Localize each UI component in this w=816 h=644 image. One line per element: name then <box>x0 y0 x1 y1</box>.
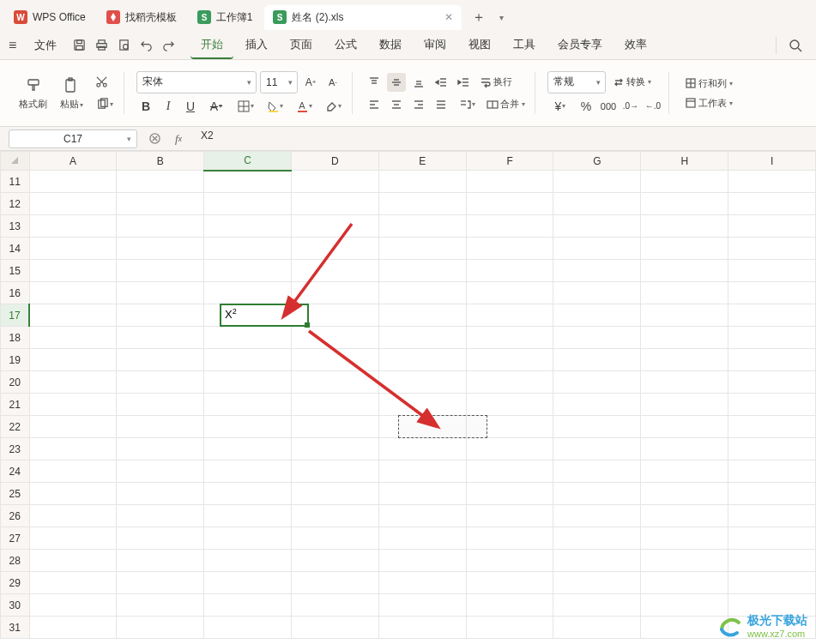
cell[interactable] <box>117 171 204 193</box>
cell[interactable] <box>117 260 204 282</box>
cell[interactable] <box>641 594 728 617</box>
close-icon[interactable]: ✕ <box>444 11 453 23</box>
cell[interactable] <box>553 215 641 238</box>
cell[interactable] <box>29 349 117 371</box>
cell[interactable] <box>378 327 466 349</box>
cell[interactable] <box>466 215 553 238</box>
cell[interactable] <box>117 349 204 371</box>
tab-page[interactable]: 页面 <box>280 32 323 59</box>
cell[interactable] <box>117 527 204 550</box>
cell[interactable] <box>204 260 292 282</box>
cell[interactable] <box>553 594 641 617</box>
cell[interactable] <box>29 193 117 215</box>
column-header[interactable]: H <box>641 152 728 171</box>
tab-view[interactable]: 视图 <box>458 32 501 59</box>
print-preview-button[interactable] <box>113 35 134 56</box>
cell[interactable] <box>117 238 204 260</box>
cell[interactable] <box>378 550 466 572</box>
wrap-text-button[interactable]: 换行 <box>476 74 516 90</box>
cell[interactable] <box>29 550 117 572</box>
row-header[interactable]: 16 <box>1 282 30 304</box>
cell[interactable] <box>466 304 553 327</box>
cell[interactable] <box>641 617 728 639</box>
cell[interactable] <box>641 394 728 416</box>
cell[interactable] <box>553 617 641 639</box>
cell[interactable] <box>292 260 379 282</box>
cell[interactable] <box>728 282 816 304</box>
cell[interactable] <box>204 550 292 572</box>
row-header[interactable]: 24 <box>1 460 30 483</box>
column-header[interactable]: C <box>204 152 292 171</box>
cell[interactable] <box>553 171 641 193</box>
cell[interactable] <box>204 505 292 527</box>
cell[interactable] <box>378 282 466 304</box>
cell[interactable] <box>641 416 728 438</box>
align-right-button[interactable] <box>409 95 428 114</box>
row-header[interactable]: 26 <box>1 505 30 527</box>
cell[interactable] <box>728 238 816 260</box>
cell[interactable] <box>292 304 379 327</box>
cell[interactable] <box>553 193 641 215</box>
cell[interactable] <box>292 282 379 304</box>
cell[interactable] <box>641 215 728 238</box>
cell[interactable] <box>204 617 292 639</box>
cell[interactable] <box>29 215 117 238</box>
cell[interactable] <box>117 438 204 460</box>
cell[interactable] <box>29 416 117 438</box>
redo-button[interactable] <box>158 35 178 56</box>
cell[interactable] <box>29 483 117 505</box>
cell[interactable] <box>117 416 204 438</box>
cell[interactable] <box>292 527 379 550</box>
underline-button[interactable]: U <box>181 97 200 116</box>
cell[interactable] <box>117 327 204 349</box>
cell[interactable] <box>292 416 379 438</box>
tab-start[interactable]: 开始 <box>190 32 233 59</box>
cell[interactable] <box>292 460 379 483</box>
cell[interactable] <box>292 594 379 617</box>
cell[interactable] <box>641 527 728 550</box>
cell[interactable] <box>728 572 816 594</box>
cell[interactable] <box>466 193 553 215</box>
cell[interactable] <box>728 416 816 438</box>
cell[interactable] <box>553 282 641 304</box>
italic-button[interactable]: I <box>159 97 178 116</box>
tab-data[interactable]: 数据 <box>369 32 412 59</box>
cell[interactable] <box>292 349 379 371</box>
cell[interactable] <box>117 371 204 394</box>
convert-button[interactable]: 转换▾ <box>609 74 655 90</box>
cell[interactable] <box>553 327 641 349</box>
file-menu[interactable]: 文件 <box>27 34 63 57</box>
cell[interactable] <box>728 527 816 550</box>
cell[interactable] <box>29 238 117 260</box>
cell[interactable] <box>292 483 379 505</box>
cell[interactable] <box>466 617 553 639</box>
tab-insert[interactable]: 插入 <box>235 32 278 59</box>
align-left-button[interactable] <box>365 95 384 114</box>
tab-workbook2[interactable]: S 姓名 (2).xls ✕ <box>264 5 462 30</box>
cell[interactable] <box>292 550 379 572</box>
cell[interactable] <box>204 438 292 460</box>
increase-font-button[interactable]: A+ <box>301 73 320 92</box>
cell[interactable] <box>641 505 728 527</box>
row-header[interactable]: 12 <box>1 193 30 215</box>
worksheet-button[interactable]: 工作表▾ <box>681 95 736 111</box>
row-header[interactable]: 15 <box>1 260 30 282</box>
cell[interactable] <box>728 483 816 505</box>
cell[interactable] <box>378 594 466 617</box>
column-header[interactable]: A <box>29 152 117 171</box>
cell[interactable] <box>378 617 466 639</box>
cell[interactable] <box>466 527 553 550</box>
cell[interactable] <box>553 394 641 416</box>
cell[interactable] <box>204 238 292 260</box>
cell[interactable] <box>204 416 292 438</box>
cell[interactable] <box>292 617 379 639</box>
fill-color-button[interactable]: ▾ <box>262 97 287 116</box>
cell[interactable] <box>466 416 553 438</box>
bold-button[interactable]: B <box>136 97 155 116</box>
row-header[interactable]: 18 <box>1 327 30 349</box>
row-header[interactable]: 23 <box>1 438 30 460</box>
cell[interactable] <box>204 327 292 349</box>
cell[interactable] <box>29 527 117 550</box>
cell[interactable] <box>466 460 553 483</box>
percent-button[interactable]: % <box>577 97 595 116</box>
